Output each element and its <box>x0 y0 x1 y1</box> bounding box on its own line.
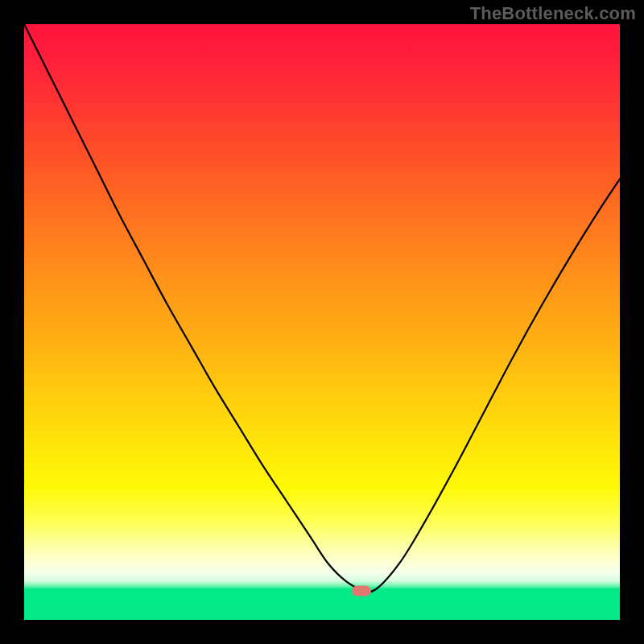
watermark-text: TheBottleneck.com <box>470 3 636 24</box>
optimal-marker <box>352 586 371 597</box>
bottleneck-curve <box>24 24 620 620</box>
plot-area <box>24 24 620 620</box>
chart-frame: TheBottleneck.com <box>0 0 644 644</box>
